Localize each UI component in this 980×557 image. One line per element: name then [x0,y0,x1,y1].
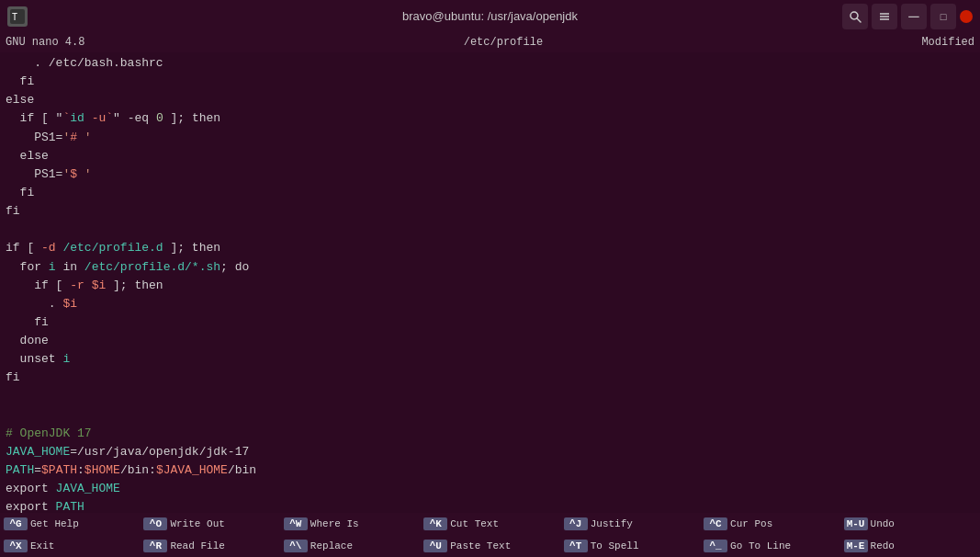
code-line: else [6,91,974,109]
key-ctrl-c: ^C [704,517,727,530]
code-line: PATH=$PATH:$HOME/bin:$JAVA_HOME/bin [6,461,974,480]
label-to-spell: To Spell [591,540,639,551]
shortcut-exit[interactable]: ^X Exit [0,535,140,557]
menu-button[interactable] [872,4,897,29]
code-line: export PATH [6,498,974,513]
key-ctrl-w: ^W [284,517,308,530]
shortcut-cur-pos[interactable]: ^C Cur Pos [700,513,839,535]
code-line [6,388,974,406]
code-line: . /etc/bash.bashrc [6,54,974,73]
key-ctrl-o: ^O [143,517,167,530]
terminal-icon: T [7,6,28,27]
code-line: if [ "`id -u`" -eq 0 ]; then [6,109,974,128]
editor-area[interactable]: . /etc/bash.bashrc fi else if [ "`id -u`… [0,52,980,513]
label-cut-text: Cut Text [450,518,499,529]
label-cur-pos: Cur Pos [730,518,772,529]
key-ctrl-k: ^K [423,517,447,530]
key-ctrl-backslash: ^\ [284,540,308,552]
code-line [6,221,974,239]
shortcut-get-help[interactable]: ^G Get Help [0,513,140,535]
shortcut-cut-text[interactable]: ^K Cut Text [420,513,559,535]
code-line: export JAVA_HOME [6,480,974,498]
key-ctrl-x: ^X [4,540,28,552]
code-line: unset i [6,350,974,369]
label-read-file: Read File [170,540,224,551]
code-line: PS1='# ' [6,129,974,147]
label-exit: Exit [30,540,54,551]
code-line [6,406,974,425]
label-paste-text: Paste Text [450,540,511,551]
shortcut-to-spell[interactable]: ^T To Spell [560,535,700,557]
minimize-button[interactable]: ─ [901,4,927,29]
search-button[interactable] [842,4,868,29]
code-line: fi [6,369,974,387]
code-line: fi [6,202,974,221]
code-line: fi [6,184,974,202]
label-justify: Justify [591,518,633,529]
shortcut-redo[interactable]: M-E Redo [840,535,980,557]
titlebar: T bravo@ubuntu: /usr/java/openjdk ─ □ [0,0,980,32]
label-redo: Redo [871,540,895,551]
label-get-help: Get Help [30,518,79,529]
nano-modified: Modified [921,36,974,49]
code-line: done [6,332,974,350]
shortcut-go-to-line[interactable]: ^_ Go To Line [700,535,839,557]
nano-filename: /etc/profile [84,36,921,49]
nano-version: GNU nano 4.8 [6,36,84,49]
code-line: if [ -r $i ]; then [6,277,974,295]
code-line: # OpenJDK 17 [6,425,974,443]
shortcut-bar: ^G Get Help ^O Write Out ^W Where Is ^K … [0,513,980,557]
svg-line-3 [857,18,861,22]
shortcut-justify[interactable]: ^J Justify [560,513,700,535]
key-ctrl-g: ^G [4,517,28,530]
label-where-is: Where Is [310,518,359,529]
shortcut-paste-text[interactable]: ^U Paste Text [420,535,559,557]
shortcut-where-is[interactable]: ^W Where Is [280,513,420,535]
label-go-to-line: Go To Line [730,540,791,551]
code-line: if [ -d /etc/profile.d ]; then [6,239,974,257]
titlebar-left: T [7,6,28,27]
maximize-button[interactable]: □ [930,4,956,29]
code-line: fi [6,313,974,332]
shortcut-row-1: ^G Get Help ^O Write Out ^W Where Is ^K … [0,513,980,535]
window-title: bravo@ubuntu: /usr/java/openjdk [402,9,578,23]
code-line: else [6,147,974,165]
nano-statusbar: GNU nano 4.8 /etc/profile Modified [0,32,980,52]
code-line: for i in /etc/profile.d/*.sh; do [6,258,974,277]
code-line: PS1='$ ' [6,165,974,184]
code-line: . $i [6,295,974,313]
label-replace: Replace [310,540,353,551]
shortcut-write-out[interactable]: ^O Write Out [140,513,279,535]
shortcut-replace[interactable]: ^\ Replace [280,535,420,557]
key-ctrl-underscore: ^_ [704,540,727,552]
key-m-e: M-E [844,540,868,552]
svg-text:T: T [12,12,17,22]
code-line: JAVA_HOME=/usr/java/openjdk/jdk-17 [6,443,974,461]
key-ctrl-j: ^J [564,517,588,530]
label-write-out: Write Out [170,518,224,529]
key-ctrl-t: ^T [564,540,588,552]
close-button[interactable] [960,10,973,23]
shortcut-row-2: ^X Exit ^R Read File ^\ Replace ^U Paste… [0,535,980,557]
key-ctrl-u: ^U [423,540,447,552]
key-ctrl-r: ^R [143,540,167,552]
shortcut-undo[interactable]: M-U Undo [840,513,980,535]
window-controls: ─ □ [842,4,973,29]
code-line: fi [6,73,974,91]
key-m-u: M-U [844,517,868,530]
shortcut-read-file[interactable]: ^R Read File [140,535,279,557]
label-undo: Undo [871,518,895,529]
